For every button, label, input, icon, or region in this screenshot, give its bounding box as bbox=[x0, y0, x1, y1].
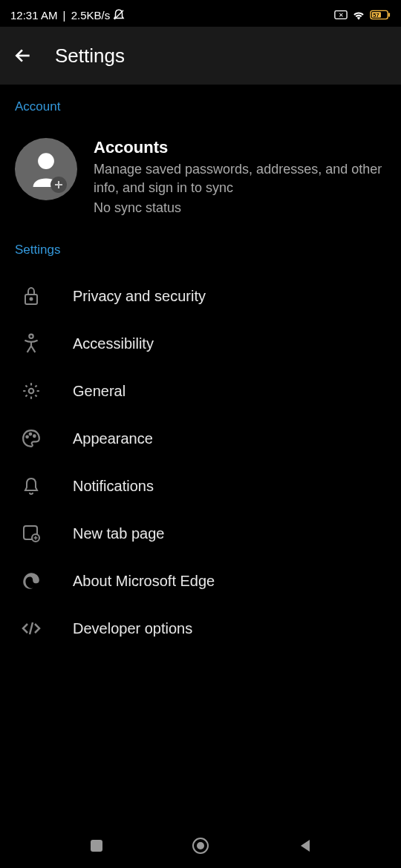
status-time: 12:31 AM bbox=[10, 9, 57, 22]
svg-point-8 bbox=[38, 153, 54, 169]
settings-item-about[interactable]: About Microsoft Edge bbox=[0, 557, 401, 605]
svg-rect-23 bbox=[91, 840, 102, 852]
account-title: Accounts bbox=[94, 138, 386, 157]
settings-item-accessibility[interactable]: Accessibility bbox=[0, 320, 401, 367]
edge-icon bbox=[21, 571, 42, 591]
svg-text:57: 57 bbox=[373, 12, 379, 19]
lock-icon bbox=[21, 286, 42, 306]
nav-recents-button[interactable] bbox=[85, 835, 108, 857]
bell-icon bbox=[21, 476, 42, 496]
account-description: Manage saved passwords, addresses, and o… bbox=[94, 160, 386, 197]
svg-point-16 bbox=[30, 433, 32, 435]
content: Account Accounts Manage saved passwords,… bbox=[0, 85, 401, 658]
item-label: About Microsoft Edge bbox=[73, 573, 215, 590]
svg-rect-5 bbox=[388, 13, 390, 17]
settings-item-general[interactable]: General bbox=[0, 367, 401, 415]
wifi-icon bbox=[352, 10, 365, 20]
settings-item-notifications[interactable]: Notifications bbox=[0, 462, 401, 510]
nav-home-button[interactable] bbox=[189, 835, 212, 857]
item-label: Accessibility bbox=[73, 335, 154, 352]
settings-item-appearance[interactable]: Appearance bbox=[0, 415, 401, 462]
section-header-settings: Settings bbox=[0, 228, 401, 266]
back-button[interactable] bbox=[13, 46, 33, 65]
accounts-item[interactable]: Accounts Manage saved passwords, address… bbox=[0, 123, 401, 228]
account-info: Accounts Manage saved passwords, address… bbox=[94, 138, 386, 216]
settings-item-privacy[interactable]: Privacy and security bbox=[0, 272, 401, 320]
battery-icon: 57 bbox=[370, 10, 391, 20]
settings-list: Privacy and security Accessibility Gener… bbox=[0, 266, 401, 658]
item-label: General bbox=[73, 383, 125, 400]
svg-point-17 bbox=[33, 435, 36, 438]
svg-point-14 bbox=[29, 389, 34, 394]
navigation-bar bbox=[0, 823, 401, 868]
settings-item-newtab[interactable]: New tab page bbox=[0, 510, 401, 557]
add-account-icon bbox=[50, 177, 67, 193]
status-bar: 12:31 AM | 2.5KB/s ✕ bbox=[0, 0, 401, 27]
avatar bbox=[15, 138, 77, 200]
app-header: Settings bbox=[0, 27, 401, 85]
code-icon bbox=[21, 618, 42, 639]
nav-back-button[interactable] bbox=[293, 835, 316, 857]
item-label: Privacy and security bbox=[73, 288, 206, 305]
item-label: Notifications bbox=[73, 478, 154, 495]
status-right: ✕ 57 bbox=[334, 10, 391, 20]
dnd-icon bbox=[112, 8, 125, 22]
svg-text:✕: ✕ bbox=[339, 12, 344, 19]
svg-point-13 bbox=[29, 335, 33, 338]
gear-icon bbox=[21, 381, 42, 401]
status-left: 12:31 AM | 2.5KB/s bbox=[10, 8, 125, 22]
tab-plus-icon bbox=[21, 523, 42, 544]
item-label: Developer options bbox=[73, 620, 192, 637]
svg-point-12 bbox=[30, 298, 33, 300]
page-title: Settings bbox=[55, 45, 125, 68]
item-label: New tab page bbox=[73, 525, 164, 542]
svg-line-22 bbox=[30, 622, 33, 634]
settings-item-developer[interactable]: Developer options bbox=[0, 605, 401, 652]
status-speed: 2.5KB/s bbox=[71, 9, 111, 22]
svg-point-25 bbox=[197, 842, 204, 849]
section-header-account: Account bbox=[0, 85, 401, 123]
svg-point-15 bbox=[26, 436, 28, 438]
account-sync-status: No sync status bbox=[94, 200, 386, 216]
palette-icon bbox=[21, 428, 42, 449]
item-label: Appearance bbox=[73, 430, 153, 447]
status-divider: | bbox=[59, 9, 68, 22]
rotation-lock-icon: ✕ bbox=[334, 10, 348, 20]
accessibility-icon bbox=[21, 333, 42, 354]
